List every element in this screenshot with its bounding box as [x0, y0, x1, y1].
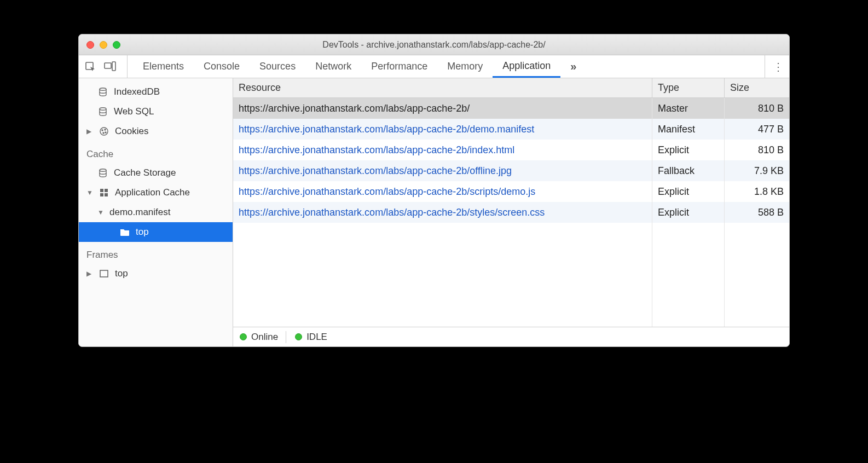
tabs-overflow-icon[interactable]: » [560, 55, 586, 78]
resource-size: 810 B [725, 140, 789, 160]
resource-url: https://archive.jonathanstark.com/labs/a… [239, 103, 470, 114]
table-empty-area [233, 223, 789, 327]
toolbar: Elements Console Sources Network Perform… [79, 55, 789, 78]
sidebar: IndexedDB Web SQL ▶ [79, 78, 233, 346]
svg-point-6 [102, 130, 103, 131]
tab-memory[interactable]: Memory [437, 55, 493, 78]
panel-tabs: Elements Console Sources Network Perform… [128, 55, 765, 78]
window-title: DevTools - archive.jonathanstark.com/lab… [79, 40, 789, 50]
sidebar-item-label: top [115, 268, 128, 279]
resource-type: Manifest [652, 119, 725, 140]
svg-rect-2 [112, 62, 115, 71]
sidebar-section-frames: Frames [79, 242, 233, 264]
status-idle: IDLE [295, 331, 335, 343]
resource-type: Explicit [652, 140, 725, 160]
resource-url: https://archive.jonathanstark.com/labs/a… [239, 165, 512, 177]
status-label: IDLE [306, 332, 327, 343]
sidebar-item-websql[interactable]: Web SQL [79, 102, 233, 121]
resource-url: https://archive.jonathanstark.com/labs/a… [239, 124, 534, 135]
resource-size: 588 B [725, 202, 789, 223]
col-header-resource[interactable]: Resource [233, 78, 652, 97]
tab-performance[interactable]: Performance [361, 55, 437, 78]
table-row[interactable]: https://archive.jonathanstark.com/labs/a… [233, 119, 789, 140]
resource-size: 1.8 KB [725, 181, 789, 202]
sidebar-item-label: Application Cache [115, 187, 190, 198]
tab-console[interactable]: Console [194, 55, 250, 78]
tab-application[interactable]: Application [493, 55, 560, 78]
tab-network[interactable]: Network [305, 55, 361, 78]
status-online: Online [240, 331, 286, 343]
resource-type: Explicit [652, 181, 725, 202]
svg-point-8 [103, 132, 104, 134]
titlebar: DevTools - archive.jonathanstark.com/lab… [79, 34, 789, 55]
resource-url: https://archive.jonathanstark.com/labs/a… [239, 186, 535, 198]
status-led-icon [295, 333, 302, 340]
chevron-right-icon: ▶ [86, 270, 93, 277]
sidebar-item-label: IndexedDB [114, 86, 160, 97]
resource-size: 810 B [725, 98, 789, 119]
svg-point-7 [105, 129, 106, 130]
status-label: Online [251, 332, 278, 343]
svg-rect-15 [100, 270, 108, 277]
sidebar-item-frames-top[interactable]: ▶ top [79, 264, 233, 283]
svg-point-9 [105, 132, 106, 133]
sidebar-item-label: Cookies [115, 126, 148, 137]
sidebar-item-indexeddb[interactable]: IndexedDB [79, 82, 233, 102]
sidebar-item-application-cache[interactable]: ▼ Application Cache [79, 183, 233, 202]
svg-point-5 [100, 128, 108, 135]
sidebar-item-label: Cache Storage [114, 167, 176, 178]
tab-elements[interactable]: Elements [133, 55, 194, 78]
col-header-size[interactable]: Size [725, 78, 789, 97]
table-row[interactable]: https://archive.jonathanstark.com/labs/a… [233, 202, 789, 223]
cookie-icon [99, 126, 109, 137]
database-icon [97, 167, 108, 178]
table-row[interactable]: https://archive.jonathanstark.com/labs/a… [233, 98, 789, 119]
sidebar-item-label: Web SQL [114, 106, 154, 117]
sidebar-item-manifest[interactable]: ▼ demo.manifest [79, 202, 233, 222]
table-row[interactable]: https://archive.jonathanstark.com/labs/a… [233, 140, 789, 160]
sidebar-item-label: demo.manifest [109, 207, 171, 218]
chevron-down-icon: ▼ [86, 189, 93, 196]
sidebar-item-cache-storage[interactable]: Cache Storage [79, 163, 233, 183]
main-panel: Resource Type Size https://archive.jonat… [233, 78, 789, 346]
resource-table: Resource Type Size https://archive.jonat… [233, 78, 789, 327]
svg-point-3 [100, 88, 106, 91]
resource-size: 7.9 KB [725, 160, 789, 181]
sidebar-item-label: top [136, 227, 149, 238]
grid-icon [99, 187, 109, 198]
more-icon[interactable]: ⋮ [773, 60, 784, 73]
resource-size: 477 B [725, 119, 789, 140]
sidebar-section-cache: Cache [79, 141, 233, 163]
chevron-right-icon: ▶ [86, 128, 93, 135]
svg-rect-11 [100, 189, 103, 192]
svg-point-10 [100, 169, 106, 172]
svg-point-4 [100, 108, 106, 111]
resource-url: https://archive.jonathanstark.com/labs/a… [239, 207, 545, 218]
tab-sources[interactable]: Sources [250, 55, 305, 78]
table-header: Resource Type Size [233, 78, 789, 98]
resource-type: Master [652, 98, 725, 119]
resource-type: Fallback [652, 160, 725, 181]
database-icon [97, 106, 108, 117]
table-row[interactable]: https://archive.jonathanstark.com/labs/a… [233, 160, 789, 181]
svg-rect-1 [105, 63, 111, 68]
col-header-type[interactable]: Type [652, 78, 725, 97]
frame-icon [99, 268, 109, 279]
svg-rect-14 [105, 193, 108, 196]
status-led-icon [240, 333, 247, 340]
inspect-icon[interactable] [84, 61, 96, 73]
folder-icon [119, 227, 130, 238]
table-row[interactable]: https://archive.jonathanstark.com/labs/a… [233, 181, 789, 202]
sidebar-item-top-frame[interactable]: top [79, 222, 233, 242]
svg-rect-12 [105, 189, 108, 192]
resource-type: Explicit [652, 202, 725, 223]
chevron-down-icon: ▼ [97, 209, 104, 216]
database-icon [97, 86, 108, 97]
status-bar: Online IDLE [233, 327, 789, 346]
sidebar-item-cookies[interactable]: ▶ Cookies [79, 121, 233, 141]
resource-url: https://archive.jonathanstark.com/labs/a… [239, 144, 514, 156]
devtools-window: DevTools - archive.jonathanstark.com/lab… [78, 34, 790, 347]
svg-rect-13 [100, 193, 103, 196]
device-icon[interactable] [104, 61, 116, 73]
